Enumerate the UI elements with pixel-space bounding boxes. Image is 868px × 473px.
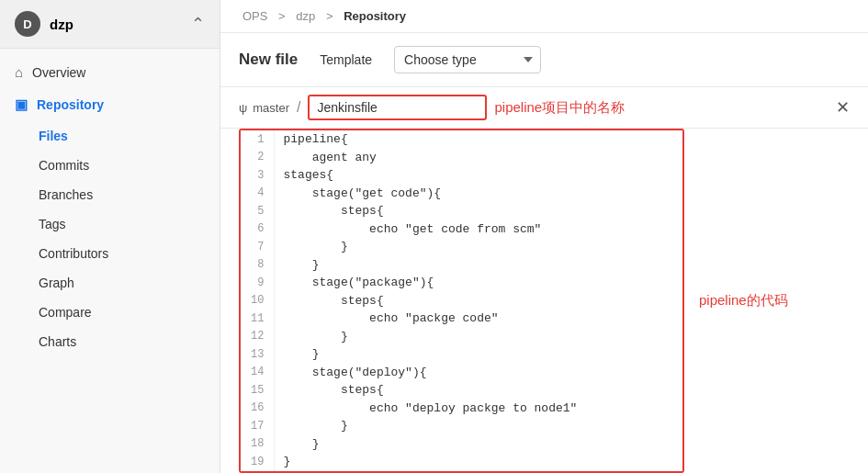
sidebar-nav: ⌂ Overview ▣ Repository Files Commits Br… xyxy=(0,49,220,473)
line-number: 6 xyxy=(241,220,274,239)
table-row: 13 } xyxy=(241,345,682,364)
line-number: 16 xyxy=(241,400,274,418)
line-content: echo "get code from scm" xyxy=(274,220,682,239)
line-content: steps{ xyxy=(274,202,682,220)
filename-input[interactable] xyxy=(308,95,487,120)
line-number: 1 xyxy=(241,130,274,149)
line-content: steps{ xyxy=(274,292,682,310)
sidebar-item-overview[interactable]: ⌂ Overview xyxy=(0,56,220,88)
file-path-bar: ψ master / pipeline项目中的名称 ✕ xyxy=(220,87,868,129)
project-name: dzp xyxy=(50,17,73,32)
table-row: 19} xyxy=(241,453,682,471)
line-content: } xyxy=(274,238,682,256)
choose-type-select[interactable]: Choose type xyxy=(394,46,541,73)
content-area: 1pipeline{2 agent any3stages{4 stage("ge… xyxy=(220,129,868,473)
branch-name: master xyxy=(253,101,289,115)
line-content: agent any xyxy=(274,149,682,167)
line-number: 10 xyxy=(241,292,274,310)
line-content: } xyxy=(274,345,682,364)
sidebar-sub-item-contributors[interactable]: Contributors xyxy=(0,239,220,268)
sidebar-item-repository[interactable]: ▣ Repository xyxy=(0,88,220,121)
sidebar-sub-item-branches[interactable]: Branches xyxy=(0,180,220,209)
line-content: stage("get code"){ xyxy=(274,185,682,203)
table-row: 16 echo "deploy packge to node1" xyxy=(241,400,682,418)
sidebar-sub-item-compare[interactable]: Compare xyxy=(0,298,220,327)
table-row: 9 stage("package"){ xyxy=(241,274,682,292)
code-annotation-label: pipeline的代码 xyxy=(699,292,788,310)
sidebar-sub-item-charts[interactable]: Charts xyxy=(0,327,220,356)
new-file-button[interactable]: New file xyxy=(239,51,298,69)
table-row: 5 steps{ xyxy=(241,202,682,220)
line-content: } xyxy=(274,328,682,346)
sidebar-item-label: Overview xyxy=(32,65,85,80)
table-row: 11 echo "packge code" xyxy=(241,310,682,328)
line-content: } xyxy=(274,435,682,454)
table-row: 3stages{ xyxy=(241,166,682,185)
line-number: 19 xyxy=(241,453,274,471)
line-number: 13 xyxy=(241,345,274,364)
table-row: 6 echo "get code from scm" xyxy=(241,220,682,239)
table-row: 15 steps{ xyxy=(241,381,682,400)
line-number: 3 xyxy=(241,166,274,185)
branch-label: ψ master xyxy=(239,101,289,115)
sidebar-item-label: Repository xyxy=(37,97,104,112)
sidebar-sub-item-commits[interactable]: Commits xyxy=(0,151,220,180)
sidebar-sub-item-files[interactable]: Files xyxy=(0,121,220,151)
table-row: 14 stage("deploy"){ xyxy=(241,364,682,382)
collapse-button[interactable]: ⌃ xyxy=(191,14,205,34)
sidebar-header: D dzp ⌃ xyxy=(0,0,220,49)
line-number: 15 xyxy=(241,381,274,400)
line-content: stage("deploy"){ xyxy=(274,364,682,382)
line-content: } xyxy=(274,417,682,435)
line-content: } xyxy=(274,256,682,275)
code-table: 1pipeline{2 agent any3stages{4 stage("ge… xyxy=(241,130,682,473)
toolbar: New file Template Choose type xyxy=(220,33,868,87)
line-number: 11 xyxy=(241,310,274,328)
code-editor[interactable]: 1pipeline{2 agent any3stages{4 stage("ge… xyxy=(239,129,684,473)
path-separator: / xyxy=(297,99,300,116)
line-number: 7 xyxy=(241,238,274,256)
line-number: 5 xyxy=(241,202,274,220)
line-number: 17 xyxy=(241,417,274,435)
line-content: echo "packge code" xyxy=(274,310,682,328)
line-number: 8 xyxy=(241,256,274,275)
table-row: 8 } xyxy=(241,256,682,275)
home-icon: ⌂ xyxy=(15,64,23,80)
sidebar-sub-item-graph[interactable]: Graph xyxy=(0,268,220,298)
sidebar: D dzp ⌃ ⌂ Overview ▣ Repository Files Co… xyxy=(0,0,220,473)
line-number: 18 xyxy=(241,435,274,454)
code-annotation-panel: pipeline的代码 xyxy=(684,129,868,473)
line-number: 9 xyxy=(241,274,274,292)
sidebar-sub-item-tags[interactable]: Tags xyxy=(0,209,220,239)
breadcrumb: OPS > dzp > Repository xyxy=(220,0,868,33)
line-content: } xyxy=(274,453,682,471)
table-row: 17 } xyxy=(241,417,682,435)
line-number: 14 xyxy=(241,364,274,382)
line-content: stages{ xyxy=(274,166,682,185)
table-row: 4 stage("get code"){ xyxy=(241,185,682,203)
line-number: 4 xyxy=(241,185,274,203)
close-button[interactable]: ✕ xyxy=(836,97,850,118)
repository-icon: ▣ xyxy=(15,96,28,113)
table-row: 18 } xyxy=(241,435,682,454)
line-content: stage("package"){ xyxy=(274,274,682,292)
line-content: pipeline{ xyxy=(274,130,682,149)
template-tab[interactable]: Template xyxy=(312,49,379,71)
avatar: D xyxy=(15,11,40,37)
table-row: 12 } xyxy=(241,328,682,346)
line-number: 12 xyxy=(241,328,274,346)
line-number: 2 xyxy=(241,149,274,167)
table-row: 1pipeline{ xyxy=(241,130,682,149)
table-row: 10 steps{ xyxy=(241,292,682,310)
line-content: steps{ xyxy=(274,381,682,400)
table-row: 2 agent any xyxy=(241,149,682,167)
filename-annotation: pipeline项目中的名称 xyxy=(494,99,829,117)
main-content: OPS > dzp > Repository New file Template… xyxy=(220,0,868,473)
table-row: 7 } xyxy=(241,238,682,256)
branch-icon: ψ xyxy=(239,101,247,115)
line-content: echo "deploy packge to node1" xyxy=(274,400,682,418)
